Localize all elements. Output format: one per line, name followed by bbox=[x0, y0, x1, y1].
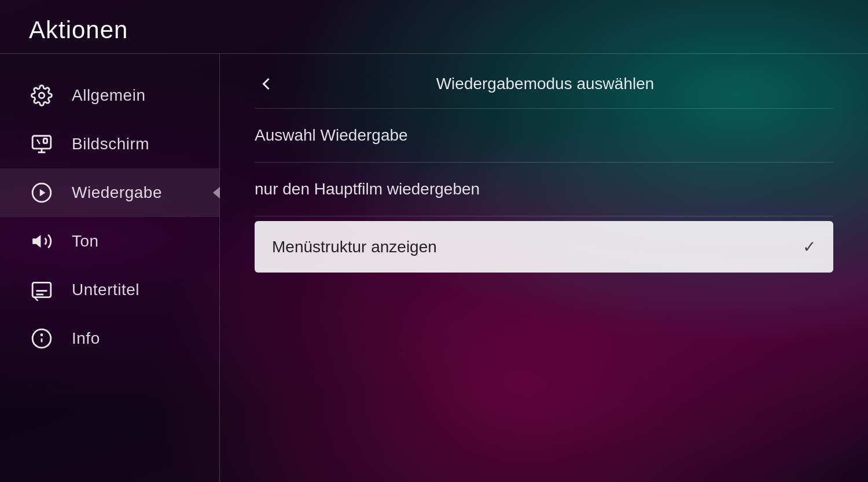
page-title: Aktionen bbox=[29, 16, 839, 44]
sidebar-item-bildschirm[interactable]: Bildschirm bbox=[0, 120, 219, 168]
header: Aktionen bbox=[0, 0, 868, 54]
sidebar-item-info[interactable]: Info bbox=[0, 314, 219, 363]
play-icon bbox=[29, 180, 54, 205]
sidebar-label-untertitel: Untertitel bbox=[72, 281, 139, 299]
panel-title: Wiedergabemodus auswählen bbox=[301, 75, 789, 93]
svg-marker-7 bbox=[32, 235, 41, 248]
back-button[interactable] bbox=[255, 72, 278, 95]
svg-marker-6 bbox=[40, 189, 46, 197]
sidebar-label-ton: Ton bbox=[72, 232, 99, 251]
menu-item-label: Auswahl Wiedergabe bbox=[255, 126, 408, 144]
menu-item-menustruktur[interactable]: Menüstruktur anzeigen ✓ bbox=[255, 221, 833, 273]
svg-rect-1 bbox=[32, 136, 51, 149]
checkmark-icon: ✓ bbox=[803, 237, 816, 256]
screen-icon bbox=[29, 131, 54, 157]
svg-rect-4 bbox=[43, 139, 47, 144]
main-layout: Allgemein Bildschirm bbox=[0, 54, 868, 482]
sidebar-item-untertitel[interactable]: Untertitel bbox=[0, 266, 219, 314]
gear-icon bbox=[29, 83, 54, 108]
panel-header-row: Wiedergabemodus auswählen bbox=[255, 54, 833, 109]
menu-item-hauptfilm[interactable]: nur den Hauptfilm wiedergeben bbox=[255, 163, 833, 216]
menu-item-selected-label: Menüstruktur anzeigen bbox=[272, 238, 437, 256]
sidebar-item-wiedergabe[interactable]: Wiedergabe bbox=[0, 168, 219, 217]
content-panel: Wiedergabemodus auswählen Auswahl Wieder… bbox=[220, 54, 868, 482]
sidebar-label-wiedergabe: Wiedergabe bbox=[72, 183, 162, 202]
menu-item-auswahl-wiedergabe[interactable]: Auswahl Wiedergabe bbox=[255, 109, 833, 163]
info-icon bbox=[29, 326, 54, 351]
app-content: Aktionen Allgemein bbox=[0, 0, 868, 482]
sound-icon bbox=[29, 229, 54, 254]
sidebar: Allgemein Bildschirm bbox=[0, 54, 220, 482]
sidebar-item-allgemein[interactable]: Allgemein bbox=[0, 71, 219, 120]
subtitle-icon bbox=[29, 277, 54, 303]
sidebar-label-info: Info bbox=[72, 329, 100, 348]
svg-point-0 bbox=[39, 93, 45, 98]
menu-item-label: nur den Hauptfilm wiedergeben bbox=[255, 180, 480, 198]
sidebar-item-ton[interactable]: Ton bbox=[0, 217, 219, 266]
sidebar-label-bildschirm: Bildschirm bbox=[72, 135, 149, 153]
sidebar-label-allgemein: Allgemein bbox=[72, 86, 145, 105]
